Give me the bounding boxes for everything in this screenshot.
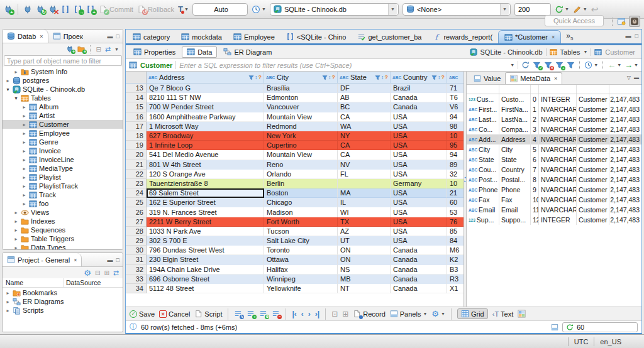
metadata-row[interactable]: ABCCity City 5 NVARCHAR Customer 2,147,4… [467, 144, 641, 155]
expand-arrow-icon[interactable]: ▾ [13, 95, 19, 101]
first-row-button[interactable]: |‹ [292, 310, 296, 318]
cell-city[interactable]: Winnipeg [264, 275, 338, 284]
editor-subtab[interactable]: Properties [128, 46, 180, 58]
funnel-icon[interactable] [248, 75, 254, 80]
text-view-toggle[interactable]: ‹TText [492, 310, 514, 318]
script-button[interactable]: Script [194, 310, 222, 318]
funnel-icon[interactable] [431, 75, 437, 80]
meta-column-header[interactable] [577, 85, 609, 94]
cell-postal[interactable]: V6 [447, 102, 464, 112]
chevron-down-icon[interactable]: ▼ [583, 50, 587, 54]
save-button[interactable]: ✓Save [130, 310, 155, 318]
link-with-editor-icon[interactable]: ⇄ [105, 45, 111, 53]
row-number[interactable]: 18 [126, 131, 147, 141]
minimize-icon[interactable]: ▬ [634, 75, 639, 80]
row-number[interactable]: 22 [126, 170, 147, 179]
cell-postal[interactable]: 10 [447, 179, 464, 188]
cell-postal[interactable]: 21 [447, 188, 464, 198]
cell-city[interactable]: Toronto [264, 246, 338, 255]
cell-country[interactable]: Canada [391, 93, 447, 102]
editor-tab[interactable]: get_customer_ba [352, 30, 427, 43]
view-menu-icon[interactable]: ▽ [627, 75, 631, 80]
close-icon[interactable]: × [40, 33, 43, 40]
editor-tab[interactable]: *Customer × [498, 30, 561, 43]
maximize-icon[interactable]: □ [635, 33, 638, 39]
cell-address[interactable]: 8210 111 ST NW [147, 93, 264, 102]
tree-item[interactable]: ▸ PlaylistTrack [3, 182, 123, 190]
collapse-all-icon[interactable]: ⊟ [96, 46, 101, 53]
row-number[interactable]: 16 [126, 112, 147, 122]
object-filter-input[interactable] [4, 55, 122, 66]
tree-item[interactable]: ▸ Genre [3, 138, 123, 146]
cell-state[interactable]: BC [338, 102, 391, 112]
connection-combo[interactable]: SQLite - Chinook.db▼ [270, 3, 399, 16]
metadata-row[interactable]: ABCAdd... Address 4 NVARCHAR Customer 2,… [467, 134, 641, 144]
side-panel-tab[interactable]: MetaData × [505, 72, 562, 84]
meta-column-header[interactable] [467, 85, 499, 94]
row-number[interactable]: 30 [126, 246, 147, 255]
expand-arrow-icon[interactable]: ▸ [21, 192, 27, 198]
sort-icon[interactable]: ↕ [328, 74, 331, 80]
row-number[interactable]: 17 [126, 122, 147, 131]
open-perspective-icon[interactable] [617, 17, 626, 26]
editor-tab[interactable]: rewards_report( [427, 30, 498, 43]
expand-arrow-icon[interactable]: ▸ [21, 148, 27, 154]
cell-city[interactable]: Salt Lake City [264, 236, 338, 246]
panels-button[interactable]: Panels▼ [390, 310, 428, 318]
cell-postal[interactable]: K2 [447, 255, 464, 264]
cell-state[interactable]: CA [338, 150, 391, 160]
tree-item[interactable]: ▸ Artist [3, 111, 123, 120]
maximize-icon[interactable]: □ [116, 33, 119, 40]
side-panel-tab[interactable]: Value [469, 72, 505, 84]
cell-state[interactable]: AB [338, 93, 391, 102]
panel-toggle-icon[interactable] [551, 324, 558, 331]
cell-city[interactable]: Cupertino [264, 141, 338, 150]
cell-country[interactable]: USA [391, 141, 447, 150]
expand-arrow-icon[interactable]: ▸ [21, 175, 27, 180]
cell-state[interactable]: ON [338, 255, 391, 264]
expand-arrow-icon[interactable]: ▸ [21, 113, 27, 119]
cell-city[interactable]: Madison [264, 207, 338, 217]
expand-arrow-icon[interactable]: ▸ [13, 69, 19, 75]
cell-address[interactable]: 1 Infinite Loop [147, 141, 264, 150]
cell-address[interactable]: Tauentzienstraße 8 [147, 179, 264, 188]
funnel-icon[interactable] [375, 75, 380, 80]
expand-arrow-icon[interactable]: ▸ [5, 308, 11, 313]
cell-postal[interactable]: 10 [447, 131, 464, 141]
tree-item[interactable]: ▸ Album [3, 102, 123, 111]
cell-address[interactable]: 120 S Orange Ave [147, 170, 264, 179]
cell-state[interactable]: ON [338, 246, 391, 255]
cell-address[interactable]: 302 S 700 E [147, 236, 264, 246]
maximize-icon[interactable]: □ [116, 257, 119, 263]
cell-postal[interactable]: 98 [447, 122, 464, 131]
row-number[interactable]: 29 [126, 236, 147, 246]
cell-city[interactable]: Yellowknife [264, 284, 338, 293]
editor-tab[interactable]: category [127, 30, 175, 43]
row-number[interactable]: 26 [126, 207, 147, 217]
metadata-row[interactable]: ABCPhone Phone 9 NVARCHAR Customer 2,147… [467, 185, 641, 195]
cell-country[interactable]: Canada [391, 246, 447, 255]
grid-view-toggle[interactable]: Grid [457, 308, 488, 319]
cell-postal[interactable]: 84 [447, 236, 464, 246]
row-number[interactable]: 20 [126, 150, 147, 160]
cell-city[interactable]: Orlando [264, 170, 338, 179]
expand-arrow-icon[interactable]: ▸ [13, 219, 19, 224]
cell-country[interactable]: USA [391, 188, 447, 198]
expand-all-icon[interactable]: ⊞ [104, 269, 109, 276]
cell-address[interactable]: 700 W Pender Street [147, 102, 264, 112]
cancel-button[interactable]: ×Cancel [159, 310, 190, 318]
view-menu-icon[interactable]: ▼ [114, 47, 119, 52]
row-number[interactable]: 13 [126, 84, 147, 93]
expand-arrow-icon[interactable]: ▸ [21, 122, 27, 128]
metadata-row[interactable]: ABCFirst... FirstNa... 1 NVARCHAR Custom… [467, 104, 641, 114]
funnel-icon[interactable] [322, 75, 328, 80]
breadcrumb-connection[interactable]: SQLite - Chinook.db [480, 48, 543, 56]
sql-filter-input[interactable] [179, 62, 507, 69]
cell-city[interactable]: Redmond [264, 122, 338, 131]
column-header[interactable]: ABC State ↕? [338, 72, 391, 83]
column-header[interactable]: ABC Country ↕? [391, 72, 447, 83]
row-number[interactable]: 24 [126, 188, 147, 198]
tree-item[interactable]: ▸ MediaType [3, 164, 123, 173]
minimize-icon[interactable]: ▬ [108, 257, 113, 263]
tree-item[interactable]: ▾ SQLite - Chinook.db [3, 85, 123, 94]
